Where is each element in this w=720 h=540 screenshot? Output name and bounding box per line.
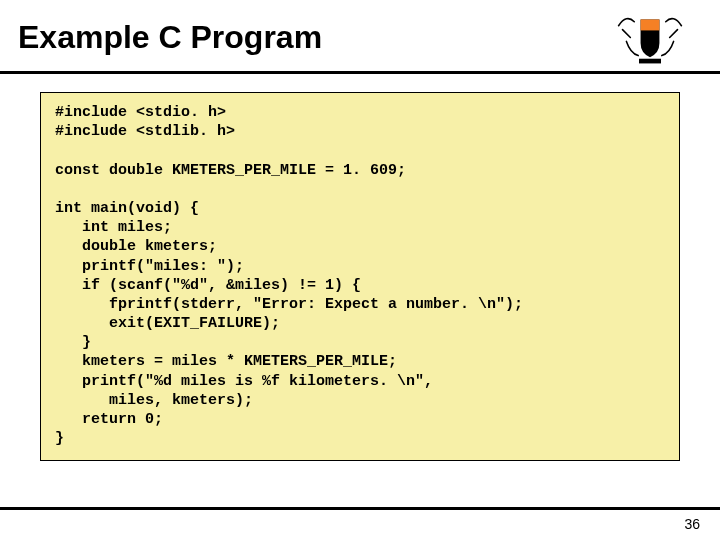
title-row: Example C Program bbox=[0, 0, 720, 71]
code-line: miles, kmeters); bbox=[55, 392, 253, 409]
code-box: #include <stdio. h> #include <stdlib. h>… bbox=[40, 92, 680, 461]
code-line: int main(void) { bbox=[55, 200, 199, 217]
slide: Example C Program #include <stdio. h> #i… bbox=[0, 0, 720, 540]
code-line: fprintf(stderr, "Error: Expect a number.… bbox=[55, 296, 523, 313]
code-line: int miles; bbox=[55, 219, 172, 236]
page-number: 36 bbox=[684, 516, 700, 532]
code-line: exit(EXIT_FAILURE); bbox=[55, 315, 280, 332]
code-line: #include <stdlib. h> bbox=[55, 123, 235, 140]
code-line: } bbox=[55, 334, 91, 351]
code-line: const double KMETERS_PER_MILE = 1. 609; bbox=[55, 162, 406, 179]
slide-title: Example C Program bbox=[18, 19, 322, 56]
code-line: return 0; bbox=[55, 411, 163, 428]
princeton-crest-icon bbox=[610, 10, 690, 65]
svg-rect-0 bbox=[639, 59, 661, 64]
code-line: printf("miles: "); bbox=[55, 258, 244, 275]
code-line: printf("%d miles is %f kilometers. \n", bbox=[55, 373, 433, 390]
divider-bottom bbox=[0, 507, 720, 510]
code-line: double kmeters; bbox=[55, 238, 217, 255]
code-line: } bbox=[55, 430, 64, 447]
code-line: #include <stdio. h> bbox=[55, 104, 226, 121]
content-area: #include <stdio. h> #include <stdlib. h>… bbox=[0, 74, 720, 461]
code-line: kmeters = miles * KMETERS_PER_MILE; bbox=[55, 353, 397, 370]
code-line: if (scanf("%d", &miles) != 1) { bbox=[55, 277, 361, 294]
